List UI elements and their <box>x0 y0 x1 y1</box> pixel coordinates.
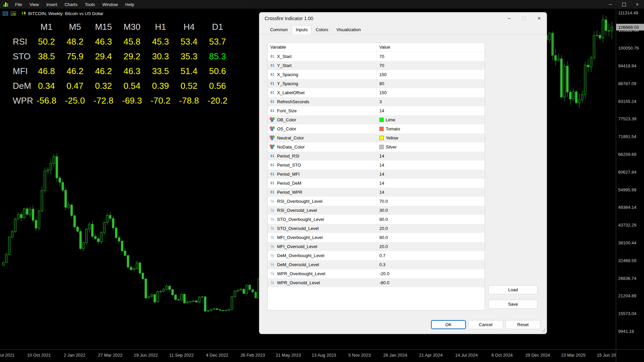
param-row[interactable]: ½STO_Oversold_Level20.0 <box>268 224 485 233</box>
param-row[interactable]: 01Y_Start70 <box>268 61 485 70</box>
param-type-double-icon: ½ <box>269 271 275 277</box>
reset-button[interactable]: Reset <box>505 320 540 329</box>
tab-colors[interactable]: Colors <box>312 25 332 34</box>
param-row[interactable]: Neutral_ColorYellow <box>268 133 485 142</box>
param-row[interactable]: OB_ColorLime <box>268 115 485 124</box>
dialog-maximize-button[interactable] <box>517 12 532 24</box>
param-row[interactable]: ½WPR_Oversold_Level-80.0 <box>268 278 485 287</box>
param-row[interactable]: 01Period_WPR14 <box>268 188 485 197</box>
param-value-cell[interactable]: 14 <box>376 179 485 188</box>
price-label: 43732.29 <box>618 223 636 228</box>
param-row[interactable]: 01X_Start70 <box>268 52 485 61</box>
param-value-cell[interactable]: 70 <box>376 61 485 70</box>
candle <box>557 59 559 61</box>
param-row[interactable]: ½DeM_Oversold_Level0.3 <box>268 260 485 269</box>
market-watch-icon[interactable] <box>3 11 8 16</box>
candle <box>50 164 52 170</box>
param-row[interactable]: ½RSI_Oversold_Level30.0 <box>268 206 485 215</box>
param-value: 80.0 <box>379 217 388 222</box>
param-row[interactable]: 01Period_MFI14 <box>268 170 485 179</box>
candle <box>593 36 595 58</box>
chart-tab[interactable]: BITCOIN, Weekly: Bitcoin vs US Dollar <box>20 10 107 17</box>
param-row[interactable]: ½WPR_Overbought_Level-20.0 <box>268 269 485 278</box>
param-value-cell[interactable]: -80.0 <box>376 278 485 287</box>
param-variable-cell: OB_Color <box>268 115 376 124</box>
param-value-cell[interactable]: 14 <box>376 106 485 115</box>
menu-charts[interactable]: Charts <box>61 1 81 8</box>
dialog-title-bar[interactable]: Crossfire Indicator 1.00 × <box>259 12 547 24</box>
param-name: Neutral_Color <box>277 135 304 140</box>
param-value-cell[interactable]: 150 <box>376 88 485 97</box>
param-row[interactable]: ½MFI_Overbought_Level80.0 <box>268 233 485 242</box>
dialog-close-button[interactable]: × <box>532 12 547 24</box>
param-row[interactable]: OS_ColorTomato <box>268 124 485 133</box>
param-type-int-icon: 01 <box>269 99 275 105</box>
param-value-cell[interactable]: -20.0 <box>376 269 485 278</box>
param-value-cell[interactable]: 0.7 <box>376 251 485 260</box>
load-button[interactable]: Load <box>488 285 538 294</box>
param-value: 20.0 <box>379 244 388 249</box>
param-value-cell[interactable]: Silver <box>376 142 485 152</box>
param-variable-cell: 01Period_DeM <box>268 179 376 188</box>
ok-button[interactable]: OK <box>431 320 466 329</box>
candle <box>148 296 150 298</box>
param-value-cell[interactable]: 20.0 <box>376 242 485 251</box>
overlay-row-dem: DeM <box>13 81 32 91</box>
param-value-cell[interactable]: 80 <box>376 79 485 88</box>
param-row[interactable]: ½DeM_Overbought_Level0.7 <box>268 251 485 260</box>
param-value-cell[interactable]: 150 <box>376 70 485 79</box>
param-row[interactable]: ½MFI_Oversold_Level20.0 <box>268 242 485 251</box>
window-minimize-button[interactable] <box>604 0 617 9</box>
param-value-cell[interactable]: 0.3 <box>376 260 485 269</box>
price-axis[interactable]: 106669.03 111314.49105682.64100050.79944… <box>616 9 644 362</box>
param-row[interactable]: ½STO_Overbought_Level80.0 <box>268 215 485 224</box>
param-value-cell[interactable]: 14 <box>376 161 485 170</box>
candle <box>252 290 254 292</box>
param-row[interactable]: NoData_ColorSilver <box>268 142 485 152</box>
time-label: 23 Mar 2025 <box>561 353 586 358</box>
candle <box>195 301 197 302</box>
param-row[interactable]: 01RefreshSeconds3 <box>268 97 485 106</box>
param-row[interactable]: 01Y_Spacing80 <box>268 79 485 88</box>
param-value-cell[interactable]: 80.0 <box>376 233 485 242</box>
param-row[interactable]: 01X_LabelOffset150 <box>268 88 485 97</box>
menu-file[interactable]: File <box>11 1 26 8</box>
overlay-value: 33.5 <box>146 66 175 76</box>
param-value-cell[interactable]: Lime <box>376 115 485 124</box>
menu-help[interactable]: Help <box>121 1 138 8</box>
param-value-cell[interactable]: 20.0 <box>376 224 485 233</box>
menu-window[interactable]: Window <box>99 1 121 8</box>
param-row[interactable]: 01Period_STO14 <box>268 161 485 170</box>
param-value-cell[interactable]: 30.0 <box>376 206 485 215</box>
tab-inputs[interactable]: Inputs <box>292 25 312 34</box>
param-value-cell[interactable]: 14 <box>376 152 485 161</box>
cancel-button[interactable]: Cancel <box>468 320 503 329</box>
param-value-cell[interactable]: 3 <box>376 97 485 106</box>
param-value-cell[interactable]: 70.0 <box>376 197 485 206</box>
param-value-cell[interactable]: 14 <box>376 170 485 179</box>
param-row[interactable]: 01Period_RSI14 <box>268 152 485 161</box>
time-axis[interactable]: 18 Jul 202110 Oct 20212 Jan 202227 Mar 2… <box>0 350 616 362</box>
window-close-button[interactable]: × <box>631 0 644 9</box>
param-row[interactable]: 01Font_Size14 <box>268 106 485 115</box>
candle <box>14 219 16 232</box>
resize-grip[interactable] <box>542 329 545 333</box>
param-value-cell[interactable]: 14 <box>376 188 485 197</box>
param-row[interactable]: 01X_Spacing150 <box>268 70 485 79</box>
tab-common[interactable]: Common <box>266 25 292 34</box>
window-maximize-button[interactable] <box>617 0 631 9</box>
param-value-cell[interactable]: Tomato <box>376 124 485 133</box>
tab-visualization[interactable]: Visualization <box>332 25 365 34</box>
param-row[interactable]: ½RSI_Overbought_Level70.0 <box>268 197 485 206</box>
overlay-value: 53.7 <box>203 37 232 47</box>
param-value-cell[interactable]: 80.0 <box>376 215 485 224</box>
menu-view[interactable]: View <box>26 1 43 8</box>
data-window-icon[interactable] <box>11 11 16 16</box>
param-row[interactable]: 01Period_DeM14 <box>268 179 485 188</box>
save-button[interactable]: Save <box>488 300 538 309</box>
menu-insert[interactable]: Insert <box>43 1 61 8</box>
dialog-minimize-button[interactable] <box>501 12 517 24</box>
menu-tools[interactable]: Tools <box>81 1 99 8</box>
param-value-cell[interactable]: 70 <box>376 52 485 61</box>
param-value-cell[interactable]: Yellow <box>376 133 485 142</box>
